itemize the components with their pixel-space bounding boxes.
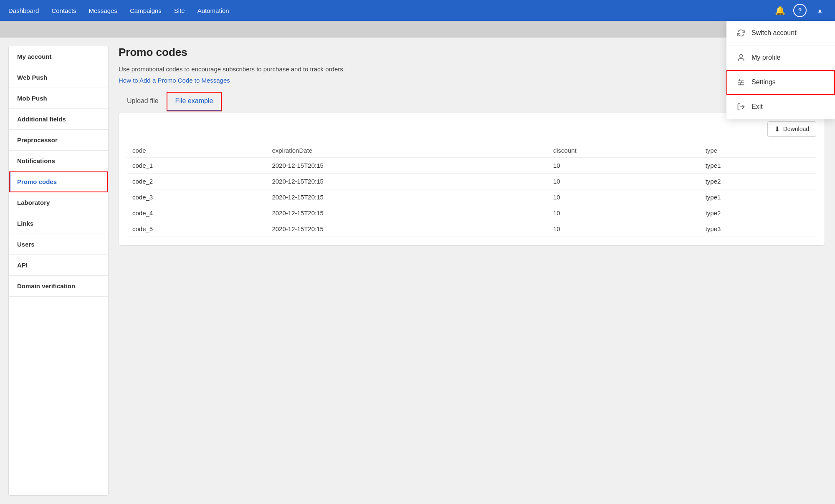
tab-file-example[interactable]: File example <box>167 92 222 111</box>
nav-automation[interactable]: Automation <box>197 7 229 14</box>
nav-links: Dashboard Contacts Messages Campaigns Si… <box>8 7 773 14</box>
dropdown-item-exit[interactable]: Exit <box>726 95 835 119</box>
download-icon: ⬇ <box>774 125 780 133</box>
nav-campaigns[interactable]: Campaigns <box>130 7 162 14</box>
main-layout: My account Web Push Mob Push Additional … <box>0 38 835 504</box>
sidebar-item-domain-verification[interactable]: Domain verification <box>9 276 108 297</box>
sidebar-item-promo-codes[interactable]: Promo codes <box>9 171 108 192</box>
table-row: code_12020-12-15T20:1510type1 <box>127 157 816 173</box>
col-type: type <box>701 144 816 158</box>
table-row: code_42020-12-15T20:1510type2 <box>127 205 816 221</box>
promo-code-help-link[interactable]: How to Add a Promo Code to Messages <box>119 77 825 84</box>
table-actions: ⬇ Download <box>127 121 816 137</box>
switch-account-icon <box>736 28 746 38</box>
table-row: code_22020-12-15T20:1510type2 <box>127 173 816 189</box>
top-navigation: Dashboard Contacts Messages Campaigns Si… <box>0 0 835 21</box>
sidebar-item-my-account[interactable]: My account <box>9 46 108 67</box>
page-description: Use promotional codes to encourage subsc… <box>119 65 825 74</box>
nav-icons: 🔔 ? ▲ <box>773 4 827 17</box>
table-row: code_32020-12-15T20:1510type1 <box>127 189 816 205</box>
table-row: code_52020-12-15T20:1510type3 <box>127 221 816 237</box>
tab-upload-file[interactable]: Upload file <box>119 92 167 111</box>
sidebar-item-api[interactable]: API <box>9 255 108 276</box>
download-button[interactable]: ⬇ Download <box>767 121 816 137</box>
exit-icon <box>736 102 746 111</box>
sidebar-item-laboratory[interactable]: Laboratory <box>9 192 108 213</box>
nav-site[interactable]: Site <box>174 7 185 14</box>
nav-contacts[interactable]: Contacts <box>51 7 76 14</box>
dropdown-item-switch-account[interactable]: Switch account <box>726 21 835 45</box>
col-code: code <box>127 144 267 158</box>
account-dropdown-menu: Switch account My profile Settings <box>726 21 835 119</box>
col-expiration-date: expirationDate <box>267 144 548 158</box>
main-content: Promo codes Use promotional codes to enc… <box>109 38 835 504</box>
dropdown-item-settings[interactable]: Settings <box>726 70 835 95</box>
table-card: ⬇ Download code expirationDate discount … <box>119 113 825 246</box>
sub-header <box>0 21 835 38</box>
page-title: Promo codes <box>119 46 825 59</box>
dropdown-item-my-profile[interactable]: My profile <box>726 45 835 70</box>
help-icon[interactable]: ? <box>793 4 807 17</box>
nav-dashboard[interactable]: Dashboard <box>8 7 39 14</box>
sidebar-item-preprocessor[interactable]: Preprocessor <box>9 130 108 151</box>
sidebar: My account Web Push Mob Push Additional … <box>8 46 109 496</box>
tabs: Upload file File example <box>119 92 825 111</box>
svg-point-0 <box>740 55 743 58</box>
sidebar-item-additional-fields[interactable]: Additional fields <box>9 109 108 130</box>
sidebar-item-notifications[interactable]: Notifications <box>9 151 108 171</box>
sidebar-item-users[interactable]: Users <box>9 234 108 255</box>
col-discount: discount <box>548 144 701 158</box>
notification-bell-icon[interactable]: 🔔 <box>773 4 787 17</box>
profile-icon <box>736 53 746 62</box>
sidebar-item-web-push[interactable]: Web Push <box>9 67 108 88</box>
settings-icon <box>736 78 746 87</box>
nav-messages[interactable]: Messages <box>89 7 117 14</box>
account-menu-chevron-icon[interactable]: ▲ <box>813 4 827 17</box>
sidebar-item-links[interactable]: Links <box>9 213 108 234</box>
sidebar-item-mob-push[interactable]: Mob Push <box>9 88 108 109</box>
promo-codes-table: code expirationDate discount type code_1… <box>127 144 816 237</box>
